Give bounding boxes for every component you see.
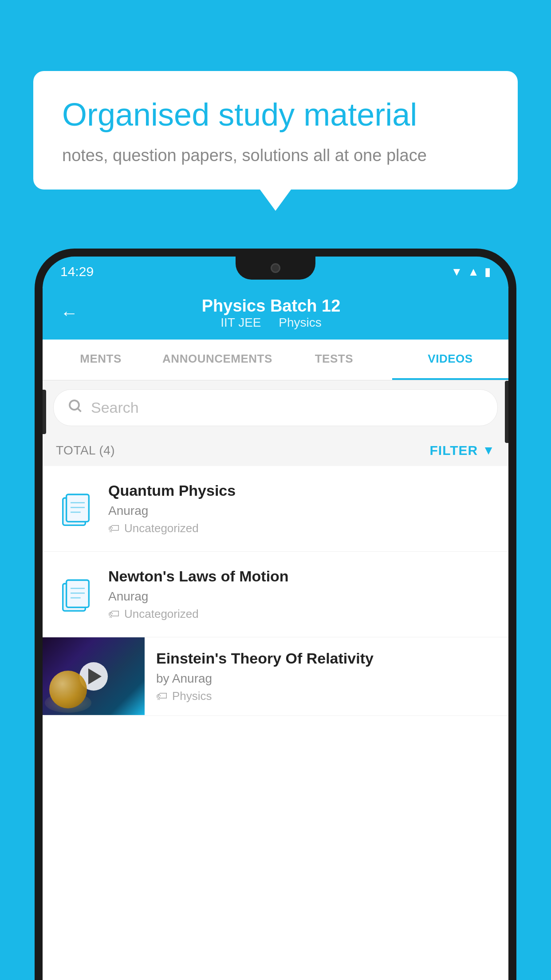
video-info: Einstein's Theory Of Relativity by Anura…	[145, 637, 508, 715]
phone-side-right	[505, 381, 508, 443]
camera-notch	[271, 263, 280, 273]
tabs-bar: MENTS ANNOUNCEMENTS TESTS VIDEOS	[43, 340, 508, 380]
header-title: Physics Batch 12	[91, 296, 451, 316]
phone-notch	[236, 257, 315, 280]
item-tag: 🏷 Uncategorized	[108, 607, 495, 621]
status-icons: ▼ ▲ ▮	[451, 265, 491, 279]
tab-videos[interactable]: VIDEOS	[392, 340, 508, 380]
item-tag: 🏷 Uncategorized	[108, 522, 495, 535]
status-time: 14:29	[60, 264, 94, 279]
list-item[interactable]: Newton's Laws of Motion Anurag 🏷 Uncateg…	[43, 552, 508, 637]
tab-ments[interactable]: MENTS	[43, 340, 159, 380]
item-title: Newton's Laws of Motion	[108, 568, 495, 585]
filter-row: TOTAL (4) FILTER ▼	[43, 435, 508, 466]
phone-frame: 14:29 ▼ ▲ ▮ ← Physics Batch 12 IIT JEE	[35, 249, 516, 980]
item-info: Newton's Laws of Motion Anurag 🏷 Uncateg…	[108, 568, 495, 621]
video-thumbnail	[43, 637, 145, 715]
search-icon	[67, 398, 83, 418]
file-icon	[58, 491, 94, 526]
item-title: Quantum Physics	[108, 482, 495, 499]
video-author: by Anurag	[156, 672, 497, 686]
item-info: Quantum Physics Anurag 🏷 Uncategorized	[108, 482, 495, 535]
header-subtitle1: IIT JEE	[220, 316, 261, 329]
speech-bubble: Organised study material notes, question…	[33, 71, 518, 190]
file-icon	[58, 577, 94, 612]
speech-bubble-subtitle: notes, question papers, solutions all at…	[62, 146, 489, 165]
search-container: Search	[43, 380, 508, 435]
item-author: Anurag	[108, 589, 495, 604]
file-icon-container	[56, 574, 96, 614]
list-item[interactable]: Quantum Physics Anurag 🏷 Uncategorized	[43, 466, 508, 552]
app-content: ← Physics Batch 12 IIT JEE Physics MENTS	[43, 287, 508, 980]
item-author: Anurag	[108, 504, 495, 518]
signal-icon: ▲	[468, 265, 479, 279]
video-title: Einstein's Theory Of Relativity	[156, 650, 497, 667]
list-area: Quantum Physics Anurag 🏷 Uncategorized	[43, 466, 508, 980]
total-label: TOTAL (4)	[56, 443, 115, 458]
filter-label: FILTER	[430, 443, 478, 458]
search-input-wrapper[interactable]: Search	[53, 389, 498, 426]
back-button[interactable]: ←	[60, 303, 78, 323]
battery-icon: ▮	[484, 265, 491, 279]
speech-bubble-title: Organised study material	[62, 95, 489, 134]
header-subtitle: IIT JEE Physics	[91, 316, 451, 330]
tag-icon: 🏷	[108, 607, 120, 621]
planet-decoration	[49, 671, 87, 708]
speech-bubble-container: Organised study material notes, question…	[33, 71, 518, 190]
tab-tests[interactable]: TESTS	[276, 340, 392, 380]
tag-label: Uncategorized	[124, 607, 199, 621]
phone-inner: 14:29 ▼ ▲ ▮ ← Physics Batch 12 IIT JEE	[43, 257, 508, 980]
svg-line-1	[78, 409, 81, 412]
tag-icon: 🏷	[108, 522, 120, 535]
app-background: Organised study material notes, question…	[0, 0, 551, 980]
filter-button[interactable]: FILTER ▼	[430, 443, 495, 458]
wifi-icon: ▼	[451, 265, 463, 279]
video-tag: 🏷 Physics	[156, 689, 497, 703]
app-header: ← Physics Batch 12 IIT JEE Physics	[43, 287, 508, 340]
search-placeholder: Search	[91, 399, 139, 416]
video-item[interactable]: Einstein's Theory Of Relativity by Anura…	[43, 637, 508, 716]
tab-announcements[interactable]: ANNOUNCEMENTS	[159, 340, 276, 380]
tag-icon: 🏷	[156, 689, 168, 703]
header-subtitle2: Physics	[279, 316, 321, 329]
file-icon-container	[56, 489, 96, 529]
tag-label: Uncategorized	[124, 522, 199, 535]
tag-label: Physics	[172, 689, 212, 703]
play-icon	[88, 668, 102, 684]
svg-rect-3	[67, 494, 89, 522]
svg-rect-8	[67, 580, 89, 607]
header-title-section: Physics Batch 12 IIT JEE Physics	[91, 296, 451, 330]
phone-side-left	[43, 390, 46, 434]
filter-icon: ▼	[482, 443, 495, 458]
svg-point-0	[70, 400, 79, 410]
